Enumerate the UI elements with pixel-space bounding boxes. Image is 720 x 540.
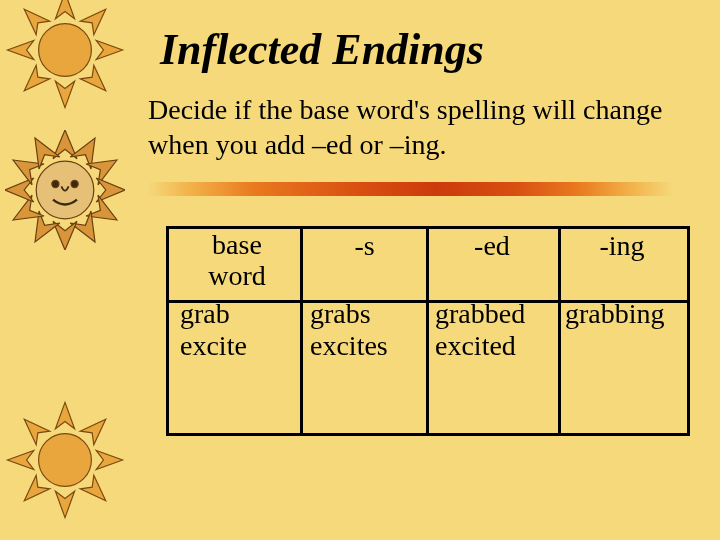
svg-marker-28 bbox=[55, 491, 74, 517]
svg-marker-26 bbox=[96, 450, 122, 469]
svg-marker-3 bbox=[80, 65, 112, 97]
header-base-word-line1: base bbox=[180, 230, 294, 261]
inflected-endings-table: base word -s -ed -ing grab grabs grabbed… bbox=[172, 230, 687, 362]
header-base-word: base word bbox=[172, 230, 302, 292]
svg-marker-31 bbox=[17, 412, 49, 444]
sun-face-icon bbox=[5, 130, 125, 250]
table-header-row: base word -s -ed -ing bbox=[172, 230, 687, 292]
svg-point-22 bbox=[52, 180, 59, 187]
svg-marker-6 bbox=[7, 40, 33, 59]
slide-title: Inflected Endings bbox=[160, 24, 484, 75]
cell-s: excites bbox=[302, 330, 427, 362]
table-row: excite excites excited bbox=[172, 330, 687, 362]
svg-marker-1 bbox=[80, 2, 112, 34]
decorative-left-band bbox=[0, 0, 130, 540]
svg-marker-2 bbox=[96, 40, 122, 59]
cell-base: excite bbox=[172, 330, 302, 362]
svg-marker-24 bbox=[55, 402, 74, 428]
svg-marker-25 bbox=[80, 412, 112, 444]
svg-marker-5 bbox=[17, 65, 49, 97]
slide-subtitle: Decide if the base word's spelling will … bbox=[148, 92, 688, 162]
cell-base: grab bbox=[172, 298, 302, 330]
header-s: -s bbox=[302, 230, 427, 292]
sun-icon bbox=[5, 0, 125, 110]
header-ed: -ed bbox=[427, 230, 557, 292]
sun-icon bbox=[5, 400, 125, 520]
cell-ing bbox=[557, 330, 687, 362]
cell-ed: grabbed bbox=[427, 298, 557, 330]
svg-marker-27 bbox=[80, 475, 112, 507]
svg-point-32 bbox=[39, 434, 92, 487]
svg-point-8 bbox=[39, 24, 92, 77]
header-ing: -ing bbox=[557, 230, 687, 292]
svg-marker-7 bbox=[17, 2, 49, 34]
slide: Inflected Endings Decide if the base wor… bbox=[0, 0, 720, 540]
svg-marker-29 bbox=[17, 475, 49, 507]
svg-marker-30 bbox=[7, 450, 33, 469]
table-row: grab grabs grabbed grabbing bbox=[172, 298, 687, 330]
cell-s: grabs bbox=[302, 298, 427, 330]
header-base-word-line2: word bbox=[180, 261, 294, 292]
cell-ing: grabbing bbox=[557, 298, 687, 330]
svg-point-23 bbox=[71, 180, 78, 187]
svg-marker-4 bbox=[55, 81, 74, 107]
cell-ed: excited bbox=[427, 330, 557, 362]
separator-bar bbox=[148, 182, 673, 196]
svg-marker-0 bbox=[55, 0, 74, 19]
